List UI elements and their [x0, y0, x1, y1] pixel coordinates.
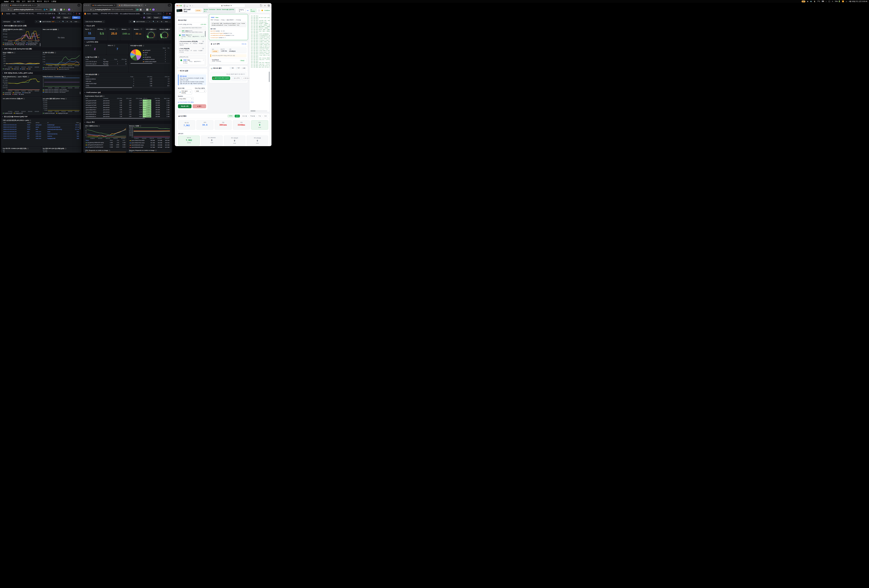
table-row[interactable]: loadtest-authz-adapt10.202.0	[85, 82, 170, 84]
horizontal-scrollbar[interactable]	[85, 118, 170, 118]
search-input[interactable]: 🔍 Search... ⌘+k	[142, 12, 162, 15]
table-row[interactable]: 2026-04-15 03:03:43.222POSTqueue/matches…	[3, 126, 80, 128]
stat-cpu-limit[interactable]: CPU Lim...i 25.0	[108, 28, 120, 40]
theme-sun-icon[interactable]: 🌞	[261, 10, 263, 11]
edit-button[interactable]: Edit	[56, 16, 61, 19]
filter-app[interactable]: app All × × ⌄	[12, 20, 25, 23]
table-row[interactable]: api-gateway-64f8fcdjava-service0.252.000…	[85, 111, 170, 113]
legend-row[interactable]: loadtest-authz-adapter1	[142, 61, 170, 63]
column-header[interactable]: method	[27, 121, 35, 124]
table-row[interactable]: ip-10-0-52-101.ap-not4g.xlarge727	[85, 61, 127, 63]
tabs-overview-icon[interactable]: ⧉	[268, 4, 270, 7]
legend-row[interactable]: auth-guard-6c75cd9c94-fw77l0.3350.9500.9…	[85, 144, 126, 146]
legend-item[interactable]: staging-ai fail-open	[56, 113, 68, 114]
bookmark-star-icon[interactable]: ☆	[49, 9, 49, 10]
md-chip[interactable]: 📄 MD	[230, 67, 234, 69]
checkbox-checked[interactable]	[179, 35, 181, 36]
help-button[interactable]: ?	[258, 9, 260, 12]
panel-cpu-rvl[interactable]: CPU: Requests vs Limits vs Usagei 252015…	[84, 149, 127, 153]
start-test-button[interactable]: 테스트 시작	[178, 104, 191, 108]
close-button[interactable]	[84, 5, 86, 6]
k6-link[interactable]: k6	[247, 10, 248, 11]
legend-item[interactable]: auth-guard [0]	[15, 44, 24, 45]
legend-item[interactable]: memory MB	[3, 94, 11, 95]
puzzle-extension-icon[interactable]: 🧩	[63, 9, 65, 10]
auto-refresh-picker[interactable]: Auto ⌄	[164, 20, 171, 23]
forward-button[interactable]: ›	[192, 4, 193, 7]
log-vertical-scrollbar[interactable]	[269, 72, 270, 82]
panel-ext-authz-decision[interactable]: ext_authz 결정 분포 (allow / deny)i 100 req/…	[42, 97, 81, 115]
section-resource-trend[interactable]: ▼리소스 추이	[84, 120, 171, 124]
legend-item[interactable]: queue	[20, 68, 25, 70]
legend-row[interactable]: api-gateway-64f8fcdc96-mqkhp0.4601.010.1…	[85, 141, 126, 144]
legend-item[interactable]: seat	[27, 68, 31, 70]
panel-pod-restart[interactable]: Pod 재시작 / OOMKill (503 원인 힌트)i 100806040…	[1, 147, 41, 153]
tab-errors[interactable]: 에러	[263, 115, 268, 117]
edit-button[interactable]: Edit	[146, 16, 152, 19]
tab-overview-chevron[interactable]: ⌄	[168, 4, 171, 7]
vus-input[interactable]: 2000⇅	[195, 89, 206, 93]
refresh-button[interactable]: ⟳	[65, 20, 69, 23]
download-icon[interactable]: ⤓	[66, 9, 67, 10]
legend-row[interactable]: loadtest-ai-defense1	[142, 58, 170, 61]
legend-scrollbar[interactable]	[80, 92, 80, 94]
column-header[interactable]: CPU Lim	[153, 76, 170, 78]
legend-item[interactable]: order-core	[12, 68, 19, 70]
legend-row[interactable]: queue-5bbbcf75cb-6kt55559 MiB574 MiB565 …	[129, 139, 170, 142]
more-menu-icon[interactable]: ⋮	[156, 9, 157, 10]
legend-item[interactable]: queue end of minor GC	[43, 68, 56, 70]
table-row[interactable]: seat-649d9cfc69-zkjava-service1.002.000.…	[85, 113, 170, 116]
panel-heap[interactable]: Heap 사용률 (%)i 100%80%60%40%20%0%02:59:00…	[1, 51, 41, 71]
breadcrumb-dashboards[interactable]: Dash...	[12, 13, 17, 15]
home-button[interactable]: ⌂	[10, 9, 12, 10]
add-panel-icon[interactable]: ＋⌄	[163, 12, 165, 16]
legend-item[interactable]: clients	[19, 94, 24, 95]
close-button[interactable]	[2, 5, 3, 6]
column-header[interactable]: Mem Req	[151, 98, 160, 99]
minimize-button[interactable]	[86, 5, 87, 6]
refresh-interval[interactable]: 5s	[160, 20, 163, 23]
column-header[interactable]: Service	[85, 76, 121, 78]
grafana-logo[interactable]	[2, 13, 3, 15]
section-pod-container[interactable]: ▼Pod/Container 상세	[84, 91, 171, 94]
table-row[interactable]: 2026-04-15 03:03:43.222GETorder-core/mat…	[3, 135, 80, 137]
horizontal-scrollbar[interactable]	[85, 65, 127, 66]
export-button[interactable]: Export ⌄	[153, 16, 162, 19]
filter-app-value[interactable]: All ×	[17, 21, 21, 22]
zoom-button[interactable]	[180, 5, 182, 6]
column-header[interactable]	[142, 47, 161, 49]
legend-item[interactable]: auth-guard [200]	[26, 44, 36, 45]
help-icon[interactable]: ❓	[166, 13, 168, 15]
kiosk-icon[interactable]: ⇄	[143, 16, 145, 19]
remove-selected-api[interactable]: x	[203, 59, 204, 61]
panel-node-resources[interactable]: 노드별 리소스 현황i NodeTypePods ↓CPU Capip-10-0…	[84, 55, 128, 72]
legend-row[interactable]: seat2	[142, 54, 170, 56]
clear-selection-link[interactable]: 선택 해제	[200, 24, 206, 25]
column-header[interactable]: Pods ↓	[121, 76, 135, 78]
add-panel-icon[interactable]: ＋⌄	[73, 12, 74, 16]
tab-overview-chevron[interactable]: ⌄	[77, 4, 80, 7]
refresh-link[interactable]: 새로고침	[242, 43, 246, 45]
browser-tab[interactable]: ◉ 부하테스트 진단 (병목 한 눈에) - S ✕	[9, 4, 37, 7]
api-item-enter[interactable]: /queue/matches/{matchId}/enter	[178, 27, 206, 30]
grafana-app-icon[interactable]: 👾	[169, 13, 171, 15]
address-bar[interactable]: ▤ localhost ⟳	[208, 4, 245, 7]
extension-badge[interactable]: 1.00	[50, 9, 52, 11]
share-button[interactable]: Share ⌄	[72, 16, 80, 19]
kiosk-icon[interactable]: ⇄	[53, 16, 55, 19]
zoom-out-icon[interactable]: 🔍	[46, 9, 48, 10]
zoom-out-time-button[interactable]: 🔍	[151, 20, 156, 23]
column-header[interactable]: CPU Limit	[123, 98, 132, 99]
refresh-interval[interactable]: 5s	[69, 20, 73, 23]
legend-item[interactable]: auth-guard	[3, 68, 10, 70]
panel-gc[interactable]: GC 총 시간 (초당)i 8 ms6 ms4 ms2 ms0 s02:59:0…	[42, 51, 81, 71]
menu-bookmarks[interactable]: 북마크	[37, 0, 42, 3]
zoom-button[interactable]	[6, 5, 7, 6]
menu-app-name[interactable]: Safari	[4, 0, 9, 3]
test-type-select[interactable]: 📊 부하 (일반 트래픽)▼	[178, 89, 192, 95]
section-errors[interactable]: ▼에러/쓰로틀링 (엔드포인트 공통)	[1, 24, 81, 28]
column-header[interactable]: CPU % ↓	[143, 98, 151, 99]
section-node-service[interactable]: ▼노드/서비스 분포	[84, 40, 171, 44]
tab-close-icon[interactable]: ✕	[34, 4, 36, 6]
extension-badge[interactable]: 1.00	[136, 9, 138, 11]
